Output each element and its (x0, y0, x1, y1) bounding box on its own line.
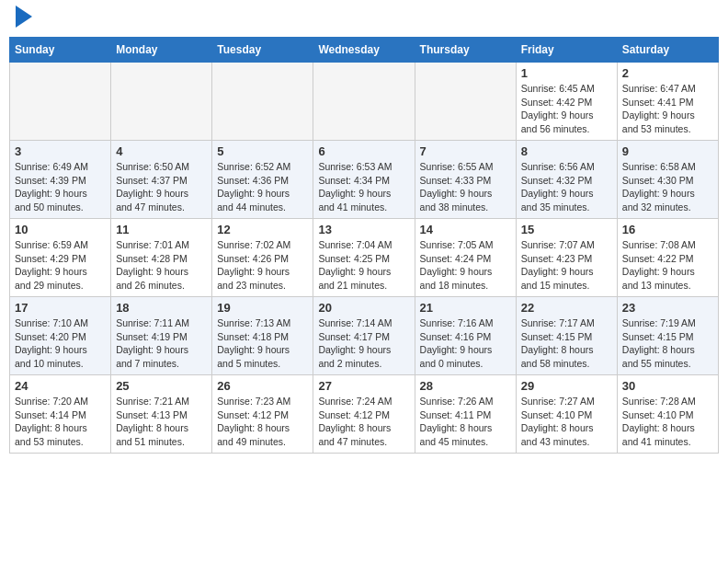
day-info: Sunrise: 7:24 AM Sunset: 4:12 PM Dayligh… (318, 395, 409, 449)
calendar-cell: 23Sunrise: 7:19 AM Sunset: 4:15 PM Dayli… (617, 297, 718, 375)
day-info: Sunrise: 7:02 AM Sunset: 4:26 PM Dayligh… (217, 238, 308, 293)
calendar-week-row: 1Sunrise: 6:45 AM Sunset: 4:42 PM Daylig… (10, 63, 719, 141)
calendar-cell: 15Sunrise: 7:07 AM Sunset: 4:23 PM Dayli… (516, 219, 617, 297)
day-number: 1 (521, 66, 612, 80)
day-info: Sunrise: 7:17 AM Sunset: 4:15 PM Dayligh… (521, 316, 612, 371)
calendar-cell: 21Sunrise: 7:16 AM Sunset: 4:16 PM Dayli… (415, 297, 516, 375)
day-number: 8 (521, 144, 612, 158)
calendar-cell: 17Sunrise: 7:10 AM Sunset: 4:20 PM Dayli… (10, 297, 111, 375)
day-info: Sunrise: 7:01 AM Sunset: 4:28 PM Dayligh… (116, 238, 207, 293)
calendar-cell: 28Sunrise: 7:26 AM Sunset: 4:11 PM Dayli… (415, 375, 516, 454)
calendar-cell: 3Sunrise: 6:49 AM Sunset: 4:39 PM Daylig… (10, 141, 111, 219)
day-info: Sunrise: 7:11 AM Sunset: 4:19 PM Dayligh… (116, 316, 207, 371)
day-number: 13 (318, 223, 409, 236)
day-info: Sunrise: 6:58 AM Sunset: 4:30 PM Dayligh… (622, 160, 713, 214)
day-info: Sunrise: 6:52 AM Sunset: 4:36 PM Dayligh… (217, 160, 308, 214)
calendar-cell: 20Sunrise: 7:14 AM Sunset: 4:17 PM Dayli… (313, 297, 415, 375)
day-number: 22 (521, 301, 612, 315)
calendar-cell: 8Sunrise: 6:56 AM Sunset: 4:32 PM Daylig… (516, 141, 617, 219)
calendar-cell: 12Sunrise: 7:02 AM Sunset: 4:26 PM Dayli… (212, 219, 313, 297)
day-info: Sunrise: 7:28 AM Sunset: 4:10 PM Dayligh… (622, 395, 713, 449)
day-info: Sunrise: 7:16 AM Sunset: 4:16 PM Dayligh… (420, 316, 511, 371)
day-number: 11 (116, 223, 207, 236)
day-number: 21 (420, 301, 511, 315)
day-number: 17 (15, 301, 106, 315)
calendar-cell (10, 63, 111, 141)
day-info: Sunrise: 7:27 AM Sunset: 4:10 PM Dayligh… (521, 395, 612, 449)
day-info: Sunrise: 7:08 AM Sunset: 4:22 PM Dayligh… (622, 238, 713, 293)
day-number: 25 (116, 379, 207, 393)
weekday-header-thursday: Thursday (415, 38, 516, 63)
day-info: Sunrise: 7:05 AM Sunset: 4:24 PM Dayligh… (420, 238, 511, 293)
calendar-cell: 30Sunrise: 7:28 AM Sunset: 4:10 PM Dayli… (617, 375, 718, 454)
weekday-header-tuesday: Tuesday (212, 38, 313, 63)
day-info: Sunrise: 7:19 AM Sunset: 4:15 PM Dayligh… (622, 316, 713, 371)
weekday-header-friday: Friday (516, 38, 617, 63)
calendar-cell: 2Sunrise: 6:47 AM Sunset: 4:41 PM Daylig… (617, 63, 718, 141)
day-number: 3 (15, 144, 106, 158)
calendar-week-row: 10Sunrise: 6:59 AM Sunset: 4:29 PM Dayli… (10, 219, 719, 297)
day-info: Sunrise: 7:10 AM Sunset: 4:20 PM Dayligh… (15, 316, 106, 371)
day-number: 27 (318, 379, 409, 393)
calendar-week-row: 24Sunrise: 7:20 AM Sunset: 4:14 PM Dayli… (10, 375, 719, 454)
calendar-cell: 6Sunrise: 6:53 AM Sunset: 4:34 PM Daylig… (313, 141, 415, 219)
day-info: Sunrise: 6:53 AM Sunset: 4:34 PM Dayligh… (318, 160, 409, 214)
day-number: 10 (15, 223, 106, 236)
day-number: 26 (217, 379, 308, 393)
calendar-cell: 4Sunrise: 6:50 AM Sunset: 4:37 PM Daylig… (111, 141, 212, 219)
day-info: Sunrise: 6:55 AM Sunset: 4:33 PM Dayligh… (420, 160, 511, 214)
calendar-cell: 19Sunrise: 7:13 AM Sunset: 4:18 PM Dayli… (212, 297, 313, 375)
day-number: 29 (521, 379, 612, 393)
calendar-cell: 13Sunrise: 7:04 AM Sunset: 4:25 PM Dayli… (313, 219, 415, 297)
day-info: Sunrise: 7:20 AM Sunset: 4:14 PM Dayligh… (15, 395, 106, 449)
calendar-cell: 5Sunrise: 6:52 AM Sunset: 4:36 PM Daylig… (212, 141, 313, 219)
day-number: 7 (420, 144, 511, 158)
day-number: 23 (622, 301, 713, 315)
day-info: Sunrise: 7:07 AM Sunset: 4:23 PM Dayligh… (521, 238, 612, 293)
logo (14, 9, 32, 28)
logo-arrow-icon (16, 6, 32, 28)
day-number: 9 (622, 144, 713, 158)
day-number: 20 (318, 301, 409, 315)
calendar-cell: 9Sunrise: 6:58 AM Sunset: 4:30 PM Daylig… (617, 141, 718, 219)
day-info: Sunrise: 6:56 AM Sunset: 4:32 PM Dayligh… (521, 160, 612, 214)
calendar-cell: 27Sunrise: 7:24 AM Sunset: 4:12 PM Dayli… (313, 375, 415, 454)
calendar-cell: 18Sunrise: 7:11 AM Sunset: 4:19 PM Dayli… (111, 297, 212, 375)
calendar-cell: 10Sunrise: 6:59 AM Sunset: 4:29 PM Dayli… (10, 219, 111, 297)
calendar-cell: 25Sunrise: 7:21 AM Sunset: 4:13 PM Dayli… (111, 375, 212, 454)
day-number: 28 (420, 379, 511, 393)
day-number: 2 (622, 66, 713, 80)
calendar-cell: 26Sunrise: 7:23 AM Sunset: 4:12 PM Dayli… (212, 375, 313, 454)
calendar-cell (415, 63, 516, 141)
day-number: 14 (420, 223, 511, 236)
calendar-cell: 11Sunrise: 7:01 AM Sunset: 4:28 PM Dayli… (111, 219, 212, 297)
day-info: Sunrise: 6:45 AM Sunset: 4:42 PM Dayligh… (521, 82, 612, 136)
day-info: Sunrise: 7:14 AM Sunset: 4:17 PM Dayligh… (318, 316, 409, 371)
calendar-table: SundayMondayTuesdayWednesdayThursdayFrid… (9, 37, 719, 454)
calendar-header-row: SundayMondayTuesdayWednesdayThursdayFrid… (10, 38, 719, 63)
day-info: Sunrise: 6:50 AM Sunset: 4:37 PM Dayligh… (116, 160, 207, 214)
day-number: 18 (116, 301, 207, 315)
day-info: Sunrise: 7:04 AM Sunset: 4:25 PM Dayligh… (318, 238, 409, 293)
calendar-cell: 16Sunrise: 7:08 AM Sunset: 4:22 PM Dayli… (617, 219, 718, 297)
calendar-cell: 7Sunrise: 6:55 AM Sunset: 4:33 PM Daylig… (415, 141, 516, 219)
calendar-week-row: 17Sunrise: 7:10 AM Sunset: 4:20 PM Dayli… (10, 297, 719, 375)
day-info: Sunrise: 6:59 AM Sunset: 4:29 PM Dayligh… (15, 238, 106, 293)
day-info: Sunrise: 7:21 AM Sunset: 4:13 PM Dayligh… (116, 395, 207, 449)
day-info: Sunrise: 7:13 AM Sunset: 4:18 PM Dayligh… (217, 316, 308, 371)
day-info: Sunrise: 7:26 AM Sunset: 4:11 PM Dayligh… (420, 395, 511, 449)
calendar-cell (111, 63, 212, 141)
calendar-week-row: 3Sunrise: 6:49 AM Sunset: 4:39 PM Daylig… (10, 141, 719, 219)
day-info: Sunrise: 7:23 AM Sunset: 4:12 PM Dayligh… (217, 395, 308, 449)
day-number: 16 (622, 223, 713, 236)
weekday-header-sunday: Sunday (10, 38, 111, 63)
day-number: 4 (116, 144, 207, 158)
day-number: 5 (217, 144, 308, 158)
calendar-cell (313, 63, 415, 141)
day-number: 30 (622, 379, 713, 393)
calendar-cell (212, 63, 313, 141)
day-number: 19 (217, 301, 308, 315)
day-number: 15 (521, 223, 612, 236)
day-info: Sunrise: 6:47 AM Sunset: 4:41 PM Dayligh… (622, 82, 713, 136)
day-number: 24 (15, 379, 106, 393)
